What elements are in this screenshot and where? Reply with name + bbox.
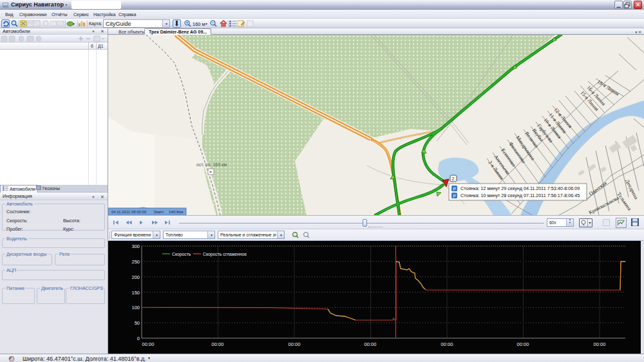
svg-text:04.11.2011 08:00:00: 04.11.2011 08:00:00 [111,210,147,214]
svg-text:P: P [453,187,457,191]
svg-text:00:00: 00:00 [142,341,155,347]
svg-text:00:00: 00:00 [517,341,529,347]
svg-text:00:00: 00:00 [365,341,377,347]
svg-text:50: 50 [135,320,140,326]
svg-text:0км/ч: 0км/ч [154,209,164,214]
svg-text:Стоянка: 12 минут 29 секунд 04: Стоянка: 12 минут 29 секунд 04.11.2011 7… [460,186,580,191]
svg-text:100: 100 [131,305,140,310]
svg-text:00:00: 00:00 [594,341,606,347]
svg-text:00:00: 00:00 [441,341,453,347]
svg-text:00:00: 00:00 [289,341,301,347]
svg-text:2: 2 [452,176,455,181]
svg-text:0: 0 [137,336,140,341]
svg-text:300: 300 [131,243,140,249]
svg-text:P: P [453,194,457,198]
svg-text:150: 150 [131,290,140,296]
svg-text:Скорость сглаженное: Скорость сглаженное [203,252,247,257]
svg-text:ост. пл. 169 км: ост. пл. 169 км [196,162,227,167]
svg-text:Скорость: Скорость [172,252,191,257]
svg-text:00:00: 00:00 [212,341,224,347]
svg-text:140.8км: 140.8км [169,209,183,214]
svg-text:Стоянка: 10 минут 28 секунд 07: Стоянка: 10 минут 28 секунд 07.11.2011 7… [460,193,580,198]
svg-text:250: 250 [131,259,140,265]
svg-text:200: 200 [131,274,140,280]
